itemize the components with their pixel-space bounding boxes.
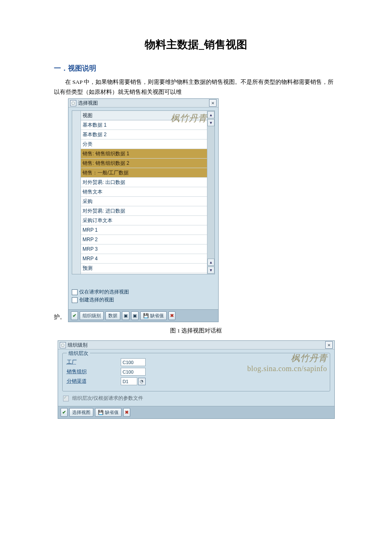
dialog-button-bar: ✔ 组织级别 数据 ▣ ▣ 💾缺省值 ✖ [68, 309, 218, 322]
list-item[interactable]: MRP 4 [81, 254, 207, 264]
list-item[interactable]: 一般工厂数据/存储 1 [81, 273, 207, 274]
select-view-dialog: ▢ 选择视图 ✕ 枫竹丹青 视图 基本数据 1基本数据 2分类销售: 销售组织数… [68, 98, 219, 322]
checkbox-label: 组织层次/仅根据请求的参数文件 [72, 395, 143, 402]
scrollbar[interactable]: ▲ ▼ ▲ ▼ [207, 111, 214, 274]
plant-input[interactable] [121, 358, 146, 366]
dialog-titlebar: ▢ 选择视图 ✕ [68, 99, 218, 108]
org-level-group: 组织层次 枫竹丹青 blog.sina.com.cn/sapinfo 工厂 销售… [62, 353, 330, 391]
cancel-button[interactable]: ✖ [123, 408, 130, 417]
save-icon: 💾 [98, 410, 104, 415]
sales-org-label[interactable]: 销售组织 [67, 368, 121, 375]
scroll-up-icon[interactable]: ▲ [207, 259, 214, 266]
checkbox-label: 创建选择的视图 [79, 296, 114, 303]
search-help-icon[interactable]: ◔ [138, 378, 146, 385]
dialog-button-bar: ✔ 选择视图 💾缺省值 ✖ [58, 406, 334, 418]
org-level-button[interactable]: 组织级别 [80, 311, 104, 320]
list-item[interactable]: 预测 [81, 264, 207, 273]
ok-button[interactable]: ✔ [61, 408, 68, 417]
org-level-dialog: ▢ 组织级别 ✕ 组织层次 枫竹丹青 blog.sina.com.cn/sapi… [58, 340, 335, 419]
list-item[interactable]: 销售：一般/工厂数据 [81, 168, 207, 178]
close-icon: ✖ [170, 313, 174, 318]
list-item[interactable]: 销售: 销售组织数据 2 [81, 159, 207, 168]
list-item[interactable]: 对外贸易: 出口数据 [81, 178, 207, 187]
window-menu-icon[interactable]: ▢ [60, 342, 66, 348]
checkbox-label: 仅在请求时的选择视图 [79, 289, 129, 296]
figure-caption: 图 1 选择视图对话框 [54, 327, 338, 335]
sales-org-input[interactable] [121, 368, 146, 376]
collapse-button[interactable]: ▣ [131, 311, 139, 320]
cancel-button[interactable]: ✖ [168, 311, 175, 320]
list-item[interactable]: 基本数据 1 [81, 120, 207, 130]
defaults-button[interactable]: 💾缺省值 [140, 311, 167, 320]
paragraph-trail: 护。 [54, 313, 66, 322]
list-item[interactable]: 对外贸易: 进口数据 [81, 206, 207, 216]
scroll-down-icon[interactable]: ▼ [207, 119, 214, 126]
plant-label[interactable]: 工厂 [67, 359, 121, 366]
close-icon[interactable]: ✕ [209, 99, 217, 107]
data-button[interactable]: 数据 [105, 311, 120, 320]
close-icon: ✖ [125, 410, 129, 415]
dialog-titlebar: ▢ 组织级别 ✕ [58, 341, 334, 350]
list-item[interactable]: MRP 1 [81, 225, 207, 235]
checkbox-row[interactable]: 创建选择的视图 [72, 296, 215, 303]
scroll-up-icon[interactable]: ▲ [207, 111, 214, 118]
list-item[interactable]: 采购订单文本 [81, 216, 207, 225]
paragraph-1: 在 SAP 中，如果物料需要销售，则需要维护物料主数据的销售视图。不是所有类型的… [54, 77, 338, 97]
save-icon: 💾 [143, 313, 149, 318]
dialog-title: 组织级别 [68, 342, 88, 349]
dist-channel-input[interactable] [121, 377, 137, 385]
group-title: 组织层次 [67, 350, 90, 357]
list-selection-gutter[interactable] [72, 111, 81, 274]
checkbox-icon [63, 396, 69, 401]
dist-channel-label[interactable]: 分销渠道 [67, 378, 121, 385]
scroll-down-icon[interactable]: ▼ [207, 266, 214, 274]
document-title: 物料主数据_销售视图 [54, 37, 338, 52]
dialog-title: 选择视图 [78, 100, 98, 107]
column-header: 视图 [81, 111, 207, 120]
check-icon: ✔ [62, 410, 66, 415]
checkbox-row: 组织层次/仅根据请求的参数文件 [63, 395, 329, 402]
checkbox-row[interactable]: 仅在请求时的选择视图 [72, 289, 215, 296]
close-icon[interactable]: ✕ [325, 341, 333, 349]
list-item[interactable]: 基本数据 2 [81, 130, 207, 139]
window-menu-icon[interactable]: ▢ [70, 100, 76, 106]
defaults-button[interactable]: 💾缺省值 [95, 408, 122, 417]
list-item[interactable]: 采购 [81, 197, 207, 206]
list-item[interactable]: 分类 [81, 139, 207, 149]
checkbox-icon[interactable] [72, 289, 78, 295]
section-heading: 一．视图说明 [54, 64, 338, 73]
check-icon: ✔ [73, 313, 76, 318]
expand-button[interactable]: ▣ [122, 311, 129, 320]
select-view-button[interactable]: 选择视图 [69, 408, 93, 417]
list-item[interactable]: 销售文本 [81, 187, 207, 197]
list-item[interactable]: MRP 2 [81, 235, 207, 244]
list-item[interactable]: MRP 3 [81, 244, 207, 254]
ok-button[interactable]: ✔ [71, 311, 78, 320]
checkbox-icon[interactable] [72, 297, 78, 303]
list-item[interactable]: 销售: 销售组织数据 1 [81, 149, 207, 159]
